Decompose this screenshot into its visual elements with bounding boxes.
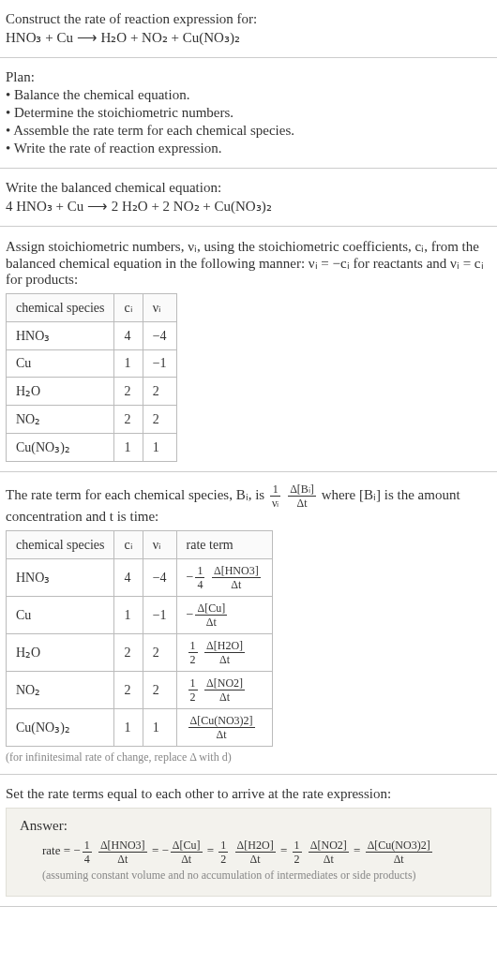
cell-v: 2 — [143, 634, 176, 672]
table-row: Cu(NO₃)₂ 1 1 — [7, 434, 177, 462]
plan-heading: Plan: — [6, 69, 491, 85]
plan-item-4: • Write the rate of reaction expression. — [6, 141, 491, 156]
final-heading: Set the rate terms equal to each other t… — [6, 786, 491, 802]
stoich-text: Assign stoichiometric numbers, νᵢ, using… — [6, 238, 491, 288]
cell-rate-term: Δ[Cu(NO3)2]Δt — [176, 709, 272, 747]
cell-rate-term: 12 Δ[NO2]Δt — [176, 672, 272, 709]
col-c: cᵢ — [114, 294, 143, 322]
table-row: H₂O 2 2 — [7, 378, 177, 406]
cell-c: 4 — [114, 559, 143, 597]
rate-term-section: The rate term for each chemical species,… — [0, 472, 497, 775]
cell-rate-term: −Δ[Cu]Δt — [176, 597, 272, 634]
rate-term-formula: 1 νᵢ Δ[Bᵢ] Δt — [268, 487, 322, 502]
table-header-row: chemical species cᵢ νᵢ — [7, 294, 177, 322]
frac-1-over-nu: 1 νᵢ — [270, 483, 280, 509]
cell-c: 4 — [114, 322, 143, 350]
cell-c: 1 — [114, 597, 143, 634]
cell-v: 2 — [143, 378, 176, 406]
cell-c: 2 — [114, 378, 143, 406]
cell-v: 2 — [143, 672, 176, 709]
cell-rate-term: 12 Δ[H2O]Δt — [176, 634, 272, 672]
cell-c: 1 — [114, 709, 143, 747]
prompt-text: Construct the rate of reaction expressio… — [6, 11, 491, 27]
table-row: H₂O2212 Δ[H2O]Δt — [7, 634, 273, 672]
rate-term-caption: (for infinitesimal rate of change, repla… — [6, 750, 491, 765]
plan-item-1: • Balance the chemical equation. — [6, 87, 491, 103]
stoich-table: chemical species cᵢ νᵢ HNO₃ 4 −4 Cu 1 −1… — [6, 293, 177, 462]
fraction: Δ[Cu(NO3)2]Δt — [188, 715, 255, 740]
balanced-section: Write the balanced chemical equation: 4 … — [0, 169, 497, 227]
balanced-equation: 4 HNO₃ + Cu ⟶ 2 H₂O + 2 NO₂ + Cu(NO₃)₂ — [6, 198, 491, 215]
col-rate: rate term — [176, 531, 272, 559]
cell-species: H₂O — [7, 378, 114, 406]
cell-v: 1 — [143, 709, 176, 747]
table-row: Cu 1 −1 — [7, 350, 177, 378]
col-c: cᵢ — [114, 531, 143, 559]
fraction: Δ[NO2]Δt — [204, 677, 245, 703]
cell-c: 2 — [114, 634, 143, 672]
fraction: 14 — [195, 565, 204, 590]
cell-c: 1 — [114, 350, 143, 378]
cell-species: NO₂ — [7, 406, 114, 434]
cell-v: −4 — [143, 322, 176, 350]
unbalanced-equation: HNO₃ + Cu ⟶ H₂O + NO₂ + Cu(NO₃)₂ — [6, 29, 491, 46]
assumption-text: (assuming constant volume and no accumul… — [20, 869, 477, 883]
fraction: Δ[Cu]Δt — [195, 602, 227, 628]
table-header-row: chemical species cᵢ νᵢ rate term — [7, 531, 273, 559]
balanced-heading: Write the balanced chemical equation: — [6, 180, 491, 196]
fraction: 12 — [218, 839, 228, 865]
cell-v: −4 — [143, 559, 176, 597]
fraction: 14 — [83, 839, 92, 865]
fraction: 12 — [188, 677, 198, 703]
table-row: Cu1−1−Δ[Cu]Δt — [7, 597, 273, 634]
cell-species: Cu(NO₃)₂ — [7, 434, 114, 462]
fraction: Δ[Cu(NO3)2]Δt — [366, 839, 432, 865]
cell-species: HNO₃ — [7, 559, 114, 597]
fraction: 12 — [293, 839, 302, 865]
cell-species: NO₂ — [7, 672, 114, 709]
rate-term-table: chemical species cᵢ νᵢ rate term HNO₃4−4… — [6, 530, 273, 747]
cell-species: Cu — [7, 597, 114, 634]
cell-rate-term: −14 Δ[HNO3]Δt — [176, 559, 272, 597]
rate-expression: rate = −14 Δ[HNO3]Δt = −Δ[Cu]Δt = 12 Δ[H… — [20, 839, 477, 865]
cell-v: −1 — [143, 597, 176, 634]
answer-box: Answer: rate = −14 Δ[HNO3]Δt = −Δ[Cu]Δt … — [6, 808, 491, 897]
table-row: HNO₃4−4−14 Δ[HNO3]Δt — [7, 559, 273, 597]
fraction: Δ[H2O]Δt — [235, 839, 276, 865]
cell-c: 2 — [114, 672, 143, 709]
frac-dBi-dt: Δ[Bᵢ] Δt — [288, 483, 316, 509]
fraction: Δ[HNO3]Δt — [212, 565, 261, 590]
stoich-section: Assign stoichiometric numbers, νᵢ, using… — [0, 227, 497, 472]
fraction: 12 — [188, 640, 198, 665]
fraction: Δ[H2O]Δt — [204, 640, 245, 665]
final-section: Set the rate terms equal to each other t… — [0, 775, 497, 907]
plan-item-2: • Determine the stoichiometric numbers. — [6, 105, 491, 121]
fraction: Δ[HNO3]Δt — [98, 839, 147, 865]
col-v: νᵢ — [143, 531, 176, 559]
answer-label: Answer: — [20, 818, 477, 834]
cell-species: Cu(NO₃)₂ — [7, 709, 114, 747]
cell-v: 2 — [143, 406, 176, 434]
rate-term-text: The rate term for each chemical species,… — [6, 483, 491, 525]
table-row: Cu(NO₃)₂11Δ[Cu(NO3)2]Δt — [7, 709, 273, 747]
cell-species: HNO₃ — [7, 322, 114, 350]
col-species: chemical species — [7, 531, 114, 559]
plan-section: Plan: • Balance the chemical equation. •… — [0, 58, 497, 169]
cell-c: 1 — [114, 434, 143, 462]
plan-item-3: • Assemble the rate term for each chemic… — [6, 123, 491, 139]
col-species: chemical species — [7, 294, 114, 322]
fraction: Δ[Cu]Δt — [171, 839, 203, 865]
col-v: νᵢ — [143, 294, 176, 322]
prompt-section: Construct the rate of reaction expressio… — [0, 0, 497, 58]
cell-species: H₂O — [7, 634, 114, 672]
cell-v: −1 — [143, 350, 176, 378]
table-row: HNO₃ 4 −4 — [7, 322, 177, 350]
cell-species: Cu — [7, 350, 114, 378]
table-row: NO₂ 2 2 — [7, 406, 177, 434]
fraction: Δ[NO2]Δt — [309, 839, 349, 865]
cell-v: 1 — [143, 434, 176, 462]
cell-c: 2 — [114, 406, 143, 434]
table-row: NO₂2212 Δ[NO2]Δt — [7, 672, 273, 709]
